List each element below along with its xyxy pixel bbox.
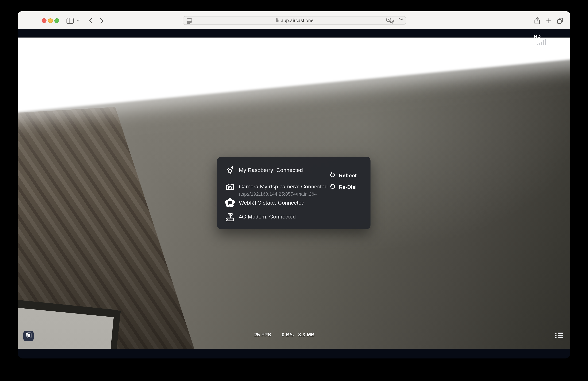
back-button[interactable] <box>86 17 95 25</box>
video-bright-sky <box>18 38 570 116</box>
webrtc-icon <box>225 197 235 208</box>
notebook-icon <box>25 332 32 340</box>
log-button[interactable] <box>23 331 34 341</box>
bitrate-value: 0 B/s <box>282 332 294 337</box>
transferred-value: 8.3 MB <box>298 332 315 337</box>
modem-4g-icon <box>225 211 235 222</box>
tab-overview-button[interactable] <box>556 17 564 25</box>
refresh-icon <box>330 184 336 191</box>
camera-icon <box>225 182 235 193</box>
device-list-button[interactable] <box>555 333 563 339</box>
new-tab-button[interactable] <box>545 17 553 25</box>
status-row-camera: Camera My rtsp camera: Connected rtsp://… <box>217 179 371 196</box>
modem-status-label: 4G Modem: Connected <box>239 214 296 220</box>
safari-window: app.aircast.one <box>18 11 570 359</box>
reboot-button[interactable]: Reboot <box>330 172 357 179</box>
translate-icon[interactable] <box>386 18 394 25</box>
share-button[interactable] <box>533 17 541 25</box>
screenshot-stage: app.aircast.one <box>0 0 588 381</box>
camera-status-label: Camera My rtsp camera: Connected <box>239 184 328 190</box>
player-page: HD <box>18 29 570 358</box>
webrtc-status-label: WebRTC state: Connected <box>239 200 305 206</box>
chevron-down-icon <box>76 20 80 22</box>
forward-icon <box>100 18 104 23</box>
address-bar[interactable]: app.aircast.one <box>183 16 406 25</box>
page-preview-icon[interactable] <box>186 18 193 25</box>
close-window-button[interactable] <box>42 18 46 23</box>
status-row-modem: 4G Modem: Connected <box>217 209 371 224</box>
reboot-label: Reboot <box>339 173 357 178</box>
browser-toolbar: app.aircast.one <box>18 11 570 29</box>
redial-button[interactable]: Re-Dial <box>330 184 357 191</box>
stream-stats: 25 FPS 0 B/s 8.3 MB <box>254 332 315 337</box>
raspberry-status-label: My Raspberry: Connected <box>239 167 303 173</box>
minimize-window-button[interactable] <box>48 18 53 23</box>
sidebar-menu-button[interactable] <box>75 17 81 25</box>
redial-label: Re-Dial <box>339 184 357 190</box>
plus-icon <box>546 18 551 23</box>
forward-button[interactable] <box>98 17 106 25</box>
reload-icon[interactable] <box>397 18 403 25</box>
power-plug-icon <box>225 165 235 175</box>
fps-value: 25 FPS <box>254 332 271 337</box>
zoom-window-button[interactable] <box>54 18 59 23</box>
lock-icon <box>275 17 279 24</box>
share-icon <box>534 17 540 24</box>
tabs-icon <box>556 17 564 24</box>
url-text: app.aircast.one <box>281 18 314 23</box>
signal-bars-icon <box>537 38 547 46</box>
refresh-icon <box>330 172 336 179</box>
back-icon <box>88 18 92 23</box>
connection-status-panel: My Raspberry: Connected Reboot <box>217 157 371 229</box>
status-row-webrtc: WebRTC state: Connected <box>217 196 371 210</box>
status-row-raspberry: My Raspberry: Connected Reboot <box>217 163 371 177</box>
